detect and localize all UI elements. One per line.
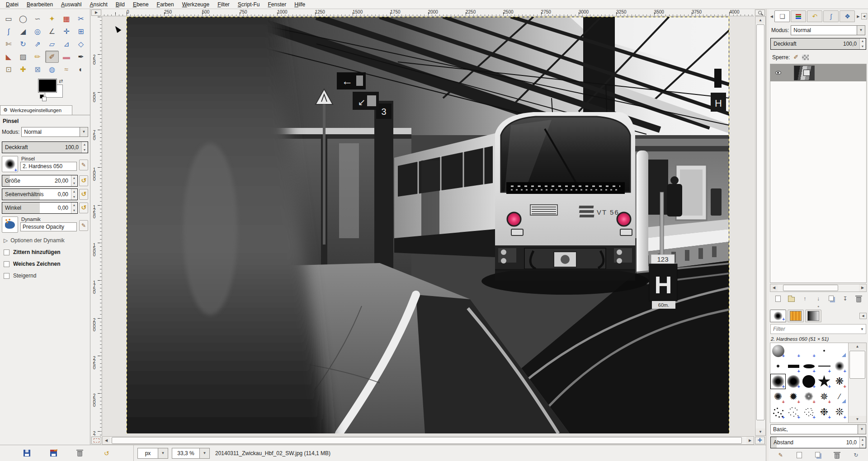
scroll-down-icon[interactable]: ▼ <box>755 428 765 435</box>
brush-item[interactable]: ❃ <box>832 420 847 423</box>
foreground-color-swatch[interactable] <box>38 79 57 92</box>
scissors-select-tool[interactable]: ✂ <box>74 13 88 25</box>
fuzzy-select-tool[interactable]: ✦ <box>45 13 59 25</box>
menu-item[interactable]: Ebene <box>129 0 153 9</box>
brush-item[interactable] <box>801 405 816 420</box>
menu-item[interactable]: Auswahl <box>57 0 85 9</box>
dynamics-name-field[interactable]: Pressure Opacity <box>20 222 77 231</box>
brush-item[interactable]: ❁ <box>801 389 816 405</box>
new-layer-button[interactable] <box>773 294 783 303</box>
layer-thumbnail[interactable] <box>794 66 815 80</box>
brush-tag-select[interactable]: Basic, ▼ <box>770 424 866 434</box>
duplicate-layer-button[interactable] <box>826 294 837 303</box>
spinner-arrows[interactable]: ▲▼ <box>859 437 865 448</box>
menu-item[interactable]: Fenster <box>264 0 291 9</box>
dodge-burn-tool[interactable]: ◐ <box>74 63 88 75</box>
restore-tool-preset-button[interactable] <box>48 448 59 458</box>
dynamics-preview-button[interactable] <box>2 216 18 233</box>
chevron-down-icon[interactable]: ▼ <box>80 127 88 137</box>
perspective-clone-tool[interactable]: ⊠ <box>31 63 44 75</box>
tab-dynamics[interactable]: ❖ <box>840 10 855 22</box>
tab-scroll-right-icon[interactable]: ▶ <box>856 14 860 19</box>
quick-mask-toggle[interactable] <box>91 437 101 444</box>
brush-item[interactable] <box>832 358 847 374</box>
brush-item[interactable] <box>816 358 832 374</box>
perspective-tool[interactable]: ⊿ <box>60 38 73 50</box>
brush-name-field[interactable]: 2. Hardness 050 <box>20 162 77 171</box>
rotate-tool[interactable]: ↻ <box>16 38 30 50</box>
scroll-right-icon[interactable]: ▶ <box>746 437 754 444</box>
bucket-fill-tool[interactable]: ◣ <box>2 51 15 63</box>
tab-gradients[interactable] <box>805 310 821 322</box>
edit-dynamics-button[interactable]: ✎ <box>79 220 88 231</box>
brush-item[interactable]: ✺ <box>770 389 786 405</box>
tab-scroll-left-icon[interactable]: ◀ <box>769 14 774 19</box>
checkbox[interactable] <box>4 249 9 255</box>
brush-item[interactable] <box>770 405 786 420</box>
scroll-right-icon[interactable]: ▶ <box>859 284 866 292</box>
zoom-tool[interactable]: ◎ <box>31 25 44 38</box>
brush-item[interactable] <box>832 343 847 358</box>
pan-view-button[interactable]: ✛ <box>755 437 765 444</box>
scroll-left-icon[interactable]: ◀ <box>103 437 110 444</box>
menu-item[interactable]: Filter <box>213 0 234 9</box>
ink-tool[interactable]: ✒ <box>74 51 88 63</box>
horizontal-ruler[interactable]: 0250500750100012501500175020002250250027… <box>102 9 754 16</box>
measure-tool[interactable]: ∠ <box>45 25 59 38</box>
brush-item[interactable] <box>770 374 786 389</box>
brush-preview-button[interactable]: + <box>2 156 18 172</box>
checkbox[interactable] <box>4 273 9 279</box>
brush-item[interactable]: ⁄ <box>832 389 847 405</box>
tab-tool-options[interactable]: ⚙ Werkzeugeinstellungen <box>0 105 72 115</box>
scrollbar-thumb[interactable] <box>112 437 742 444</box>
crop-tool[interactable]: ✄ <box>2 38 15 50</box>
rectangle-select-tool[interactable]: ▭ <box>2 13 15 25</box>
brush-item[interactable]: ✿ <box>816 420 832 423</box>
aspect-ratio-slider[interactable]: Seitenverhältnis 0,00 ▲▼ <box>2 188 78 200</box>
paths-tool[interactable]: ∫ <box>2 25 15 38</box>
blur-sharpen-tool[interactable]: ◍ <box>45 63 59 75</box>
duplicate-brush-button[interactable] <box>813 451 824 460</box>
brush-item[interactable] <box>770 358 786 374</box>
brush-item[interactable]: ✹ <box>786 389 801 405</box>
menu-item[interactable]: Hilfe <box>290 0 309 9</box>
dynamics-options-expander[interactable]: ▷ Optionen der Dynamik <box>4 237 87 244</box>
menu-item[interactable]: Bild <box>112 0 129 9</box>
canvas-image[interactable]: 3 ← ↙ H <box>127 17 729 433</box>
tab-patterns[interactable] <box>788 310 804 322</box>
reset-aspect-button[interactable]: ↺ <box>79 189 88 200</box>
lock-pixels-icon[interactable]: ✐ <box>793 54 798 61</box>
spinner-arrows[interactable]: ▲▼ <box>81 142 87 153</box>
dock-menu-button[interactable]: ◀ <box>859 313 867 319</box>
scrollbar-thumb[interactable] <box>756 24 764 420</box>
free-select-tool[interactable]: ∽ <box>31 13 44 25</box>
tool-option-checkbox[interactable]: Weiches Zeichnen <box>4 261 87 267</box>
spinner-arrows[interactable]: ▲▼ <box>71 175 77 186</box>
chevron-down-icon[interactable]: ▼ <box>858 424 866 434</box>
anchor-layer-button[interactable]: ↧ <box>840 294 850 303</box>
edit-brush-button[interactable]: ✎ <box>775 451 786 460</box>
layer-mode-select[interactable]: Normal ▼ <box>791 25 865 35</box>
default-colors-icon[interactable] <box>40 94 44 99</box>
layer-visibility-toggle[interactable] <box>774 70 782 76</box>
scrollbar-thumb[interactable] <box>783 285 838 291</box>
brush-item[interactable]: ❉ <box>816 405 832 420</box>
brush-item[interactable] <box>801 374 816 389</box>
menu-item[interactable]: Script-Fu <box>234 0 264 9</box>
brush-item[interactable] <box>816 343 832 358</box>
reset-size-button[interactable]: ↺ <box>79 175 88 186</box>
eraser-tool[interactable]: ▬ <box>60 51 73 63</box>
dock-resize-handle[interactable]: ● <box>769 305 868 309</box>
delete-tool-preset-button[interactable] <box>75 448 85 458</box>
scroll-down-icon[interactable]: ▼ <box>849 416 866 423</box>
brush-item[interactable]: ✾ <box>770 420 786 423</box>
pencil-tool[interactable]: ✏ <box>31 51 44 63</box>
color-picker-tool[interactable]: ◢ <box>16 25 30 38</box>
paint-mode-select[interactable]: Normal ▼ <box>21 127 88 137</box>
chevron-down-icon[interactable]: ▼ <box>158 448 168 459</box>
brush-spacing-slider[interactable]: Abstand 10,0 ▲▼ <box>770 437 866 448</box>
vertical-scrollbar[interactable]: ▲ ▼ <box>755 16 766 436</box>
scroll-up-icon[interactable]: ▲ <box>849 343 866 350</box>
scale-tool[interactable]: ⇗ <box>31 38 44 50</box>
tab-undo-history[interactable]: ↶ <box>807 10 822 22</box>
